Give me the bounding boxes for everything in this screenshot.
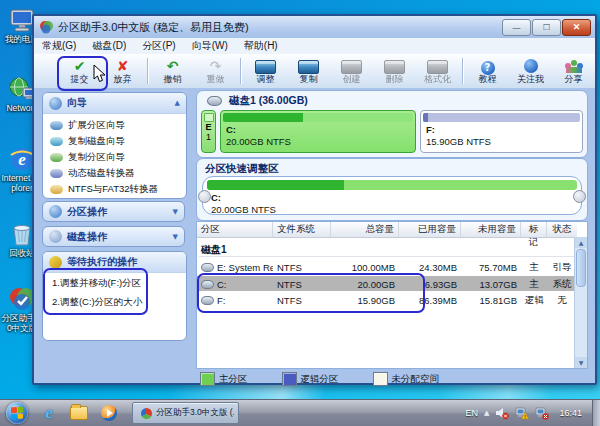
svg-text:e: e bbox=[18, 150, 26, 169]
disk-ops-header[interactable]: 磁盘操作 ▼ bbox=[42, 226, 185, 247]
partition-assistant-icon bbox=[141, 408, 152, 419]
menu-partition[interactable]: 分区(P) bbox=[142, 39, 175, 53]
pending-op-1[interactable]: 1.调整并移动(F:)分区 bbox=[43, 273, 186, 292]
redo-icon: ↷ bbox=[194, 58, 237, 74]
create-button[interactable]: 创建 bbox=[330, 58, 373, 85]
table-row-e[interactable]: E: System Re... NTFS 100.00MB 24.30MB 75… bbox=[197, 259, 577, 274]
copy-button[interactable]: 复制 bbox=[287, 58, 330, 85]
start-button[interactable] bbox=[6, 402, 28, 424]
taskbar-media-player-button[interactable] bbox=[100, 404, 118, 422]
sidebar-item-copy-disk-wizard[interactable]: 复制磁盘向导 bbox=[43, 133, 186, 149]
partition-block-c[interactable]: C: 20.00GB NTFS bbox=[220, 110, 416, 153]
chevron-down-icon[interactable]: ▼ bbox=[173, 208, 178, 216]
sidebar-item-dynamic-disk-converter[interactable]: 动态磁盘转换器 bbox=[43, 165, 186, 181]
wizards-header[interactable]: 向导 ▲ bbox=[43, 93, 186, 114]
col-filesystem[interactable]: 文件系统 bbox=[273, 222, 331, 237]
menu-wizard[interactable]: 向导(W) bbox=[192, 39, 228, 53]
resize-button[interactable]: 调整 bbox=[244, 58, 287, 85]
table-header: 分区 文件系统 总容量 已用容量 未用容量 标记 状态 bbox=[197, 222, 577, 238]
sidebar-item-extend-partition-wizard[interactable]: 扩展分区向导 bbox=[43, 117, 186, 133]
discard-button[interactable]: ✘ 放弃 bbox=[101, 58, 144, 85]
disk1-title: 磁盘1 (36.00GB) bbox=[229, 94, 308, 108]
toolbar-separator bbox=[240, 58, 241, 84]
language-indicator[interactable]: EN bbox=[466, 408, 479, 418]
table-scrollbar[interactable]: ▲ ▼ bbox=[574, 237, 587, 368]
format-button[interactable]: 格式化 bbox=[416, 58, 459, 85]
disk-icon bbox=[50, 121, 63, 130]
close-button[interactable] bbox=[562, 19, 591, 36]
col-partition[interactable]: 分区 bbox=[197, 222, 273, 237]
disk-icon bbox=[50, 169, 63, 178]
tutorial-button[interactable]: 教程 bbox=[466, 58, 509, 85]
taskbar-app-button[interactable]: 分区助手3.0中文版 (... bbox=[132, 402, 239, 424]
scroll-down-icon[interactable]: ▼ bbox=[575, 357, 587, 368]
commit-button[interactable]: ✔ 提交 bbox=[58, 58, 101, 85]
scroll-up-icon[interactable]: ▲ bbox=[575, 237, 587, 248]
right-resize-handle[interactable] bbox=[573, 190, 586, 203]
window-content: 向导 ▲ 扩展分区向导 复制磁盘向导 复制分区向导 bbox=[34, 88, 595, 383]
chevron-down-icon[interactable]: ▼ bbox=[173, 233, 178, 241]
help-icon bbox=[481, 61, 495, 75]
menu-help[interactable]: 帮助(H) bbox=[244, 39, 278, 53]
col-free[interactable]: 未用容量 bbox=[461, 222, 521, 237]
share-button[interactable]: 分享 bbox=[552, 58, 595, 85]
partition-resize-slider[interactable]: C: 20.00GB NTFS bbox=[202, 176, 582, 215]
app-icon bbox=[39, 20, 53, 34]
partition-block-f[interactable]: F: 15.90GB NTFS bbox=[420, 110, 583, 153]
partitions-table: 分区 文件系统 总容量 已用容量 未用容量 标记 状态 磁盘1 E: Syste… bbox=[196, 221, 588, 369]
delete-button[interactable]: 删除 bbox=[373, 58, 416, 85]
taskbar-ie-button[interactable]: e bbox=[40, 404, 58, 422]
col-mark[interactable]: 标记 bbox=[521, 222, 547, 237]
chevron-up-icon[interactable]: ▲ bbox=[175, 99, 180, 107]
menu-general[interactable]: 常规(G) bbox=[42, 39, 76, 53]
disk1-bar: E 1 C: 20.00GB NTFS F: 15.90GB NTFS bbox=[201, 110, 583, 153]
disk-ops-icon bbox=[49, 230, 62, 243]
sidebar: 向导 ▲ 扩展分区向导 复制磁盘向导 复制分区向导 bbox=[34, 88, 192, 383]
scroll-thumb[interactable] bbox=[576, 249, 586, 287]
table-row-c[interactable]: C: NTFS 20.00GB 6.93GB 13.07GB 主 系统 bbox=[197, 276, 577, 291]
col-total[interactable]: 总容量 bbox=[331, 222, 399, 237]
partition-icon bbox=[201, 280, 214, 289]
undo-button[interactable]: ↶ 撤销 bbox=[151, 58, 194, 85]
cross-icon: ✘ bbox=[101, 58, 144, 74]
menu-disk[interactable]: 磁盘(D) bbox=[92, 39, 126, 53]
partition-ops-header[interactable]: 分区操作 ▼ bbox=[42, 201, 185, 222]
left-resize-handle[interactable] bbox=[198, 190, 211, 203]
pending-op-2[interactable]: 2.调整(C:)分区的大小 bbox=[43, 292, 186, 311]
legend-unallocated: 未分配空间 bbox=[373, 372, 440, 386]
undo-icon: ↶ bbox=[151, 58, 194, 74]
table-row-f[interactable]: F: NTFS 15.90GB 86.39MB 15.81GB 逻辑 无 bbox=[197, 292, 577, 307]
sidebar-item-ntfs-fat32-converter[interactable]: NTFS与FAT32转换器 bbox=[43, 181, 186, 197]
usage-bar bbox=[207, 180, 577, 190]
follow-me-button[interactable]: 关注我 bbox=[509, 58, 552, 85]
sidebar-item-copy-partition-wizard[interactable]: 复制分区向导 bbox=[43, 149, 186, 165]
clock[interactable]: 16:41 bbox=[559, 408, 582, 418]
quick-adjust-panel: 分区快速调整区 C: 20.00GB NTFS bbox=[196, 158, 588, 221]
disk-icon bbox=[207, 96, 222, 106]
usage-bar bbox=[223, 113, 413, 122]
menubar: 常规(G) 磁盘(D) 分区(P) 向导(W) 帮助(H) bbox=[34, 38, 595, 55]
usage-bar bbox=[423, 113, 580, 122]
show-hidden-icons-icon[interactable]: ▲ bbox=[484, 409, 489, 417]
maximize-button[interactable] bbox=[532, 19, 561, 36]
window-title: 分区助手3.0中文版 (稳定、易用且免费) bbox=[58, 20, 249, 35]
partition-icon bbox=[201, 263, 214, 272]
minimize-button[interactable] bbox=[502, 19, 531, 36]
wizard-icon bbox=[49, 97, 62, 110]
titlebar[interactable]: 分区助手3.0中文版 (稳定、易用且免费) bbox=[34, 16, 595, 39]
show-desktop-button[interactable] bbox=[592, 400, 600, 426]
volume-muted-icon[interactable] bbox=[495, 406, 509, 420]
network-disconnected-icon[interactable] bbox=[535, 406, 549, 420]
folder-icon bbox=[70, 406, 88, 420]
partition-ops-icon bbox=[49, 205, 62, 218]
wizards-panel: 向导 ▲ 扩展分区向导 复制磁盘向导 复制分区向导 bbox=[42, 92, 187, 199]
disk-format-icon bbox=[427, 60, 448, 74]
pending-operations-header[interactable]: 等待执行的操作 bbox=[43, 252, 186, 273]
col-used[interactable]: 已用容量 bbox=[399, 222, 461, 237]
app-window: 分区助手3.0中文版 (稳定、易用且免费) 常规(G) 磁盘(D) 分区(P) … bbox=[32, 14, 597, 385]
network-warning-icon[interactable]: ! bbox=[515, 406, 529, 420]
taskbar-explorer-button[interactable] bbox=[70, 404, 88, 422]
partition-block-e[interactable]: E 1 bbox=[201, 110, 216, 153]
redo-button[interactable]: ↷ 重做 bbox=[194, 58, 237, 85]
col-status[interactable]: 状态 bbox=[547, 222, 577, 237]
